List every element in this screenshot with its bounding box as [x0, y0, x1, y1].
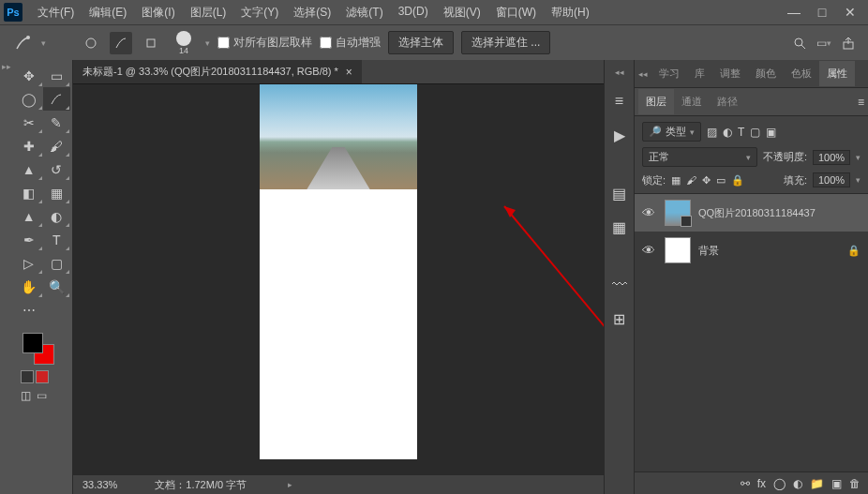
tab-learn[interactable]: 学习: [651, 61, 687, 86]
clone-panel-icon[interactable]: ⊞: [610, 309, 629, 328]
menu-3d[interactable]: 3D(D): [391, 1, 436, 24]
new-layer-icon[interactable]: ▣: [831, 477, 842, 490]
filter-pixel-icon[interactable]: ▨: [707, 126, 717, 139]
expand-dock-icon[interactable]: ◂◂: [615, 67, 624, 77]
menu-edit[interactable]: 编辑(E): [82, 1, 134, 24]
layer-name[interactable]: 背景: [698, 244, 840, 258]
select-and-mask-button[interactable]: 选择并遮住 ...: [461, 31, 550, 54]
type-tool[interactable]: T: [43, 228, 71, 251]
zoom-tool[interactable]: 🔍: [43, 275, 71, 298]
opacity-input[interactable]: 100%: [813, 150, 850, 165]
healing-tool[interactable]: ✚: [15, 134, 43, 157]
chevron-down-icon[interactable]: ▾: [856, 153, 861, 162]
foreground-color[interactable]: [22, 333, 43, 353]
eraser-tool[interactable]: ◧: [15, 181, 43, 204]
blur-tool[interactable]: ▲: [15, 204, 43, 228]
menu-file[interactable]: 文件(F): [30, 1, 82, 24]
character-panel-icon[interactable]: ▤: [610, 184, 629, 202]
collapse-panel-icon[interactable]: ◂◂: [638, 69, 648, 79]
color-swatch[interactable]: [15, 331, 70, 368]
filter-type-icon[interactable]: T: [738, 126, 744, 139]
lock-image-icon[interactable]: 🖌: [686, 174, 696, 187]
filter-kind-dropdown[interactable]: 🔎 类型 ▾: [642, 122, 701, 142]
layer-name[interactable]: QQ图片20180311184437: [698, 206, 861, 220]
chevron-down-icon[interactable]: ▾: [41, 38, 46, 48]
doc-info[interactable]: 文档：1.72M/0 字节: [155, 478, 247, 492]
canvas[interactable]: [260, 84, 417, 459]
collapse-strip[interactable]: ▸▸: [0, 60, 13, 494]
actions-panel-icon[interactable]: ▶: [610, 126, 629, 144]
filter-smart-icon[interactable]: ▣: [766, 126, 776, 139]
brush-mode-1-icon[interactable]: [80, 32, 102, 54]
delete-layer-icon[interactable]: 🗑: [849, 477, 861, 490]
group-icon[interactable]: 📁: [810, 477, 824, 490]
layer-row[interactable]: 👁 背景 🔒: [635, 232, 868, 269]
auto-enhance-checkbox[interactable]: 自动增强: [320, 35, 381, 51]
move-tool[interactable]: ✥: [15, 64, 43, 87]
menu-select[interactable]: 选择(S): [286, 1, 338, 24]
brush-mode-3-icon[interactable]: [140, 32, 162, 54]
select-subject-button[interactable]: 选择主体: [388, 31, 454, 54]
menu-type[interactable]: 文字(Y): [233, 1, 286, 24]
menu-help[interactable]: 帮助(H): [544, 1, 597, 24]
lock-transparent-icon[interactable]: ▦: [671, 174, 681, 187]
eyedropper-tool[interactable]: ✎: [43, 111, 71, 134]
close-button[interactable]: ✕: [836, 3, 864, 22]
maximize-button[interactable]: □: [808, 3, 836, 22]
dodge-tool[interactable]: ◐: [43, 204, 71, 228]
edit-toolbar-button[interactable]: ⋯: [15, 298, 43, 322]
pen-tool[interactable]: ✒: [15, 228, 43, 251]
brushes-panel-icon[interactable]: 〰: [610, 276, 629, 294]
lock-artboard-icon[interactable]: ▭: [716, 174, 726, 187]
brush-tool[interactable]: 🖌: [43, 134, 71, 157]
quick-select-tool[interactable]: [43, 87, 71, 111]
adjustment-icon[interactable]: ◐: [793, 477, 802, 490]
brush-mode-2-icon[interactable]: [110, 32, 132, 54]
chevron-right-icon[interactable]: ▸: [288, 480, 292, 489]
menu-window[interactable]: 窗口(W): [488, 1, 544, 24]
tab-channels[interactable]: 通道: [674, 89, 710, 114]
quick-mask-icon[interactable]: [21, 370, 34, 383]
tab-library[interactable]: 库: [687, 61, 712, 86]
canvas-area[interactable]: [73, 84, 604, 475]
sample-all-checkbox[interactable]: 对所有图层取样: [217, 35, 312, 51]
mode-icon-2[interactable]: ▭: [37, 389, 47, 402]
visibility-icon[interactable]: 👁: [642, 243, 657, 258]
chevron-down-icon[interactable]: ▾: [205, 38, 210, 48]
fx-icon[interactable]: fx: [757, 477, 766, 490]
history-panel-icon[interactable]: ≡: [610, 92, 629, 111]
tab-close-icon[interactable]: ×: [346, 66, 352, 79]
clone-tool[interactable]: ▲: [15, 157, 43, 181]
workspace-icon[interactable]: ▭▾: [816, 35, 832, 52]
layer-thumbnail[interactable]: [665, 200, 691, 226]
document-tab[interactable]: 未标题-1 @ 33.3% (QQ图片20180311184437, RGB/8…: [73, 60, 362, 83]
panel-menu-icon[interactable]: ≡: [858, 96, 864, 109]
link-layers-icon[interactable]: ⚯: [741, 477, 750, 490]
tab-adjustments[interactable]: 调整: [712, 61, 748, 86]
screen-mode-icon[interactable]: [36, 370, 49, 383]
crop-tool[interactable]: ✂: [15, 111, 43, 134]
menu-image[interactable]: 图像(I): [134, 1, 182, 24]
tab-layers[interactable]: 图层: [638, 89, 674, 114]
hand-tool[interactable]: ✋: [15, 275, 43, 298]
shape-tool[interactable]: ▢: [43, 251, 71, 275]
menu-filter[interactable]: 滤镜(T): [338, 1, 390, 24]
brush-preset[interactable]: 14: [170, 31, 198, 55]
lock-position-icon[interactable]: ✥: [702, 174, 711, 187]
search-icon[interactable]: [791, 35, 808, 52]
layer-row[interactable]: 👁 QQ图片20180311184437: [635, 194, 868, 232]
gradient-tool[interactable]: ▦: [43, 181, 71, 204]
layer-thumbnail[interactable]: [665, 237, 691, 263]
filter-adjust-icon[interactable]: ◐: [723, 126, 732, 139]
chevron-down-icon[interactable]: ▾: [856, 175, 861, 185]
tab-swatches[interactable]: 色板: [784, 61, 819, 86]
path-select-tool[interactable]: ▷: [15, 251, 43, 275]
lasso-tool[interactable]: ◯: [15, 87, 43, 111]
minimize-button[interactable]: ―: [780, 3, 808, 22]
mask-icon[interactable]: ◯: [773, 477, 786, 490]
mode-icon-1[interactable]: ◫: [21, 389, 31, 402]
menu-layer[interactable]: 图层(L): [183, 1, 234, 24]
paragraph-panel-icon[interactable]: ▦: [610, 217, 629, 236]
visibility-icon[interactable]: 👁: [642, 205, 657, 220]
fill-input[interactable]: 100%: [813, 172, 850, 187]
